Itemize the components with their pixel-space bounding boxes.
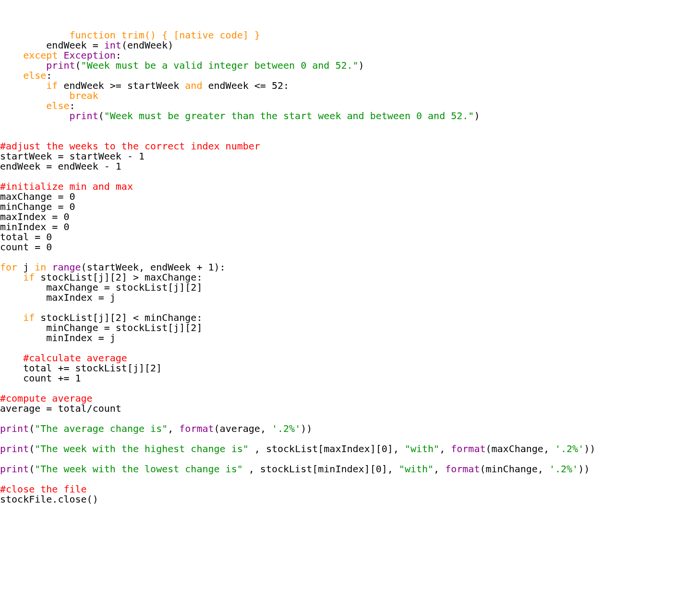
code-line: average = total/count <box>0 403 121 414</box>
fn-print: print <box>0 443 29 455</box>
code-line: print("The average change is", format(av… <box>0 423 312 434</box>
code-line: stockFile.close() <box>0 493 98 505</box>
string-literal: "Week must be greater than the start wee… <box>104 110 474 122</box>
code-line: endWeek = endWeek - 1 <box>0 160 121 172</box>
code-line: count += 1 <box>0 372 81 384</box>
string-literal: "Week must be a valid integer between 0 … <box>81 60 359 71</box>
fn-format: format <box>451 443 485 455</box>
code-block: function trim() { [native code] } endWee… <box>0 30 700 504</box>
code-line: print("The week with the highest change … <box>0 443 595 455</box>
string-literal: '.2%' <box>555 443 584 455</box>
string-literal: "The average change is" <box>35 423 168 434</box>
string-literal: "The week with the highest change is" <box>35 443 249 455</box>
code-line: print("Week must be a valid integer betw… <box>0 60 364 71</box>
string-literal: '.2%' <box>272 423 301 434</box>
fn-print: print <box>70 110 98 122</box>
code-line: print("Week must be greater than the sta… <box>0 110 480 122</box>
fn-print: print <box>0 423 29 434</box>
code-line: maxIndex = j <box>0 292 116 303</box>
code-line: count = 0 <box>0 241 52 253</box>
string-literal: "with" <box>405 443 439 455</box>
fn-print: print <box>0 463 29 475</box>
string-literal: '.2%' <box>549 463 578 475</box>
fn-format: format <box>179 423 214 434</box>
code-line: print("The week with the lowest change i… <box>0 463 590 475</box>
fn-format: format <box>445 463 480 475</box>
string-literal: "The week with the lowest change is" <box>35 463 242 475</box>
keyword-and: and <box>185 80 202 91</box>
code-line: minIndex = j <box>0 332 116 344</box>
string-literal: "with" <box>399 463 434 475</box>
